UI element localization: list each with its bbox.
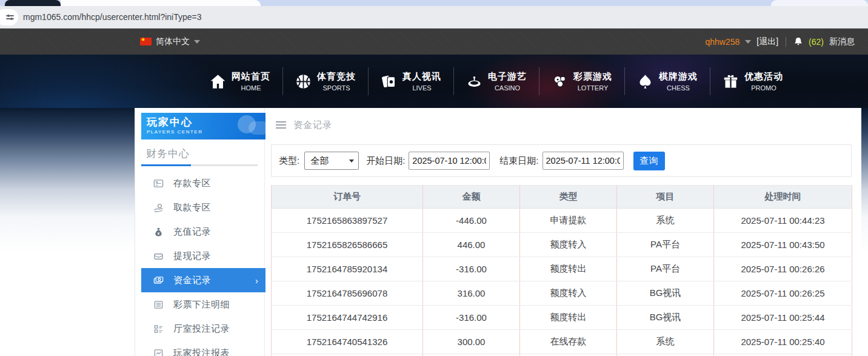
live-cards-icon (381, 73, 397, 90)
sidebar-item-cashout-record[interactable]: 提现记录 (135, 244, 265, 268)
sidebar-item-label: 玩家投注报表 (173, 348, 230, 356)
column-header-project: 项目 (617, 186, 714, 209)
column-header-type: 类型 (520, 186, 617, 209)
end-date-input[interactable] (542, 152, 624, 170)
nav-label-en: HOME (241, 84, 261, 92)
nav-item-sports[interactable]: 体育竞技 SPORTS (283, 70, 368, 93)
china-flag-icon: ★ (140, 38, 152, 45)
chevron-down-icon (349, 160, 354, 163)
nav-item-lives[interactable]: 真人视讯 LIVES (369, 70, 453, 93)
nav-label-zh: 网站首页 (232, 71, 270, 81)
type-select-value: 全部 (310, 155, 329, 167)
nav-item-home[interactable]: 网站首页 HOME (198, 70, 282, 93)
cell-time: 2025-07-11 00:26:26 (714, 257, 852, 281)
nav-item-lottery[interactable]: 彩票游戏 LOTTERY (539, 70, 624, 93)
nav-label-zh: 体育竞技 (317, 71, 356, 81)
spade-icon (637, 73, 653, 90)
sidebar-item-label: 充值记录 (173, 226, 211, 238)
message-count[interactable]: (62) (809, 37, 824, 47)
cell-order-no: 1752165826586665 (272, 233, 423, 257)
sidebar-item-label: 提现记录 (173, 250, 211, 262)
players-center-header: 玩家中心 PLAYERS CENTER (141, 113, 265, 139)
room-bet-icon (153, 324, 164, 334)
lottery-balls-icon (552, 73, 568, 90)
language-label: 简体中文 (156, 36, 190, 47)
sidebar-item-room-bet-record[interactable]: 厅室投注记录 (135, 317, 265, 341)
table-row: 1752164785920134 -316.00 额度转出 PA平台 2025-… (272, 257, 852, 281)
cell-project: 系统 (617, 330, 714, 354)
svg-text:¥: ¥ (158, 230, 160, 235)
cell-amount: 446.00 (423, 233, 520, 257)
sidebar-item-label: 厅室投注记录 (173, 323, 230, 335)
nav-item-promo[interactable]: 优惠活动 PROMO (710, 70, 795, 93)
casino-wheel-icon (466, 73, 482, 90)
type-select[interactable]: 全部 (304, 152, 359, 170)
username[interactable]: qhhw258 (705, 37, 739, 47)
cell-amount: -316.00 (423, 306, 520, 330)
lottery-detail-icon (153, 300, 164, 310)
logout-link[interactable]: [退出] (756, 36, 778, 47)
cell-project: 系统 (617, 209, 714, 233)
browser-active-tab[interactable] (61, 0, 261, 6)
page-title: 资金记录 (293, 119, 332, 131)
nav-label-en: SPORTS (322, 84, 350, 92)
sidebar-section-title: 财务中心 (146, 147, 190, 161)
site-settings-icon (6, 14, 14, 21)
sidebar-item-label: 存款专区 (173, 178, 211, 189)
cell-time: 2025-07-11 00:25:44 (714, 306, 852, 330)
language-selector[interactable]: ★ 简体中文 (140, 36, 200, 47)
bell-icon[interactable] (793, 37, 803, 47)
start-date-input[interactable] (409, 152, 490, 170)
browser-tab-strip (0, 0, 868, 6)
nav-label-en: PROMO (751, 84, 776, 92)
sidebar: 玩家中心 PLAYERS CENTER 财务中心 存款专区 取款专区 ¥ 充值记… (135, 108, 265, 356)
funds-record-table: 订单号 金额 类型 项目 处理时间 1752165863897527 -446.… (271, 185, 852, 356)
query-button[interactable]: 查询 (633, 152, 665, 170)
gamepad-decoration-icon (249, 121, 265, 135)
browser-tab[interactable] (771, 0, 868, 6)
cell-type: 额度转出 (520, 257, 617, 281)
sidebar-item-withdraw-zone[interactable]: 取款专区 (135, 195, 265, 220)
cell-amount: 316.00 (423, 281, 520, 306)
nav-label-en: CHESS (667, 84, 690, 92)
sidebar-item-lottery-bet-detail[interactable]: 彩票下注明细 (135, 292, 265, 317)
deposit-icon (153, 178, 164, 189)
nav-label-en: LIVES (412, 84, 431, 92)
column-header-time: 处理时间 (714, 186, 852, 209)
site-permissions-button[interactable] (0, 9, 18, 25)
sidebar-item-funds-record[interactable]: 资金记录 › (141, 268, 265, 292)
home-icon (210, 73, 226, 90)
address-bar[interactable]: mgm1065.com/hhcp/usercenter.html?iniType… (0, 6, 868, 29)
nav-label-zh: 优惠活动 (744, 71, 783, 81)
sidebar-item-label: 资金记录 (173, 275, 211, 286)
cell-type: 额度转出 (520, 306, 617, 330)
cell-type: 额度转入 (520, 233, 617, 257)
cell-amount: -446.00 (423, 209, 520, 233)
cell-project: PA平台 (617, 257, 714, 281)
sidebar-item-label: 取款专区 (173, 202, 211, 213)
new-messages-label[interactable]: 新消息 (829, 36, 855, 47)
cell-amount: -316.00 (423, 257, 520, 281)
main-content: 资金记录 类型: 全部 开始日期: 结束日期: 查询 订单号 金额 类型 项目 … (271, 108, 852, 356)
nav-item-casino[interactable]: 电子游艺 CASINO (454, 70, 539, 93)
table-row: 1752165863897527 -446.00 申请提款 系统 2025-07… (272, 209, 852, 233)
sidebar-item-deposit-zone[interactable]: 存款专区 (135, 171, 265, 195)
sidebar-item-player-bet-report[interactable]: 玩家投注报表 (135, 341, 265, 356)
cell-order-no: 1752165863897527 (272, 209, 423, 233)
table-header-row: 订单号 金额 类型 项目 处理时间 (272, 186, 852, 209)
table-row: 1752164785696078 316.00 额度转入 BG视讯 2025-0… (272, 281, 852, 306)
cell-time: 2025-07-11 00:44:23 (714, 209, 852, 233)
cell-order-no: 1752164744742916 (272, 306, 423, 330)
url-text[interactable]: mgm1065.com/hhcp/usercenter.html?iniType… (23, 12, 202, 22)
menu-toggle-icon[interactable] (276, 121, 286, 129)
cell-order-no: 1752164785920134 (272, 257, 423, 281)
filter-bar: 类型: 全部 开始日期: 结束日期: 查询 (271, 144, 852, 177)
cell-type: 额度转入 (520, 281, 617, 306)
site-header: ★ 简体中文 qhhw258 [退出] (62) 新消息 (0, 29, 868, 55)
sidebar-item-label: 彩票下注明细 (173, 299, 230, 311)
chevron-down-icon[interactable] (745, 40, 751, 44)
browser-tab[interactable] (5, 0, 61, 6)
table-row: 1752164744742916 -316.00 额度转出 BG视讯 2025-… (272, 306, 852, 330)
nav-item-chess[interactable]: 棋牌游戏 CHESS (625, 70, 710, 93)
sidebar-item-recharge-record[interactable]: ¥ 充值记录 (135, 220, 265, 244)
